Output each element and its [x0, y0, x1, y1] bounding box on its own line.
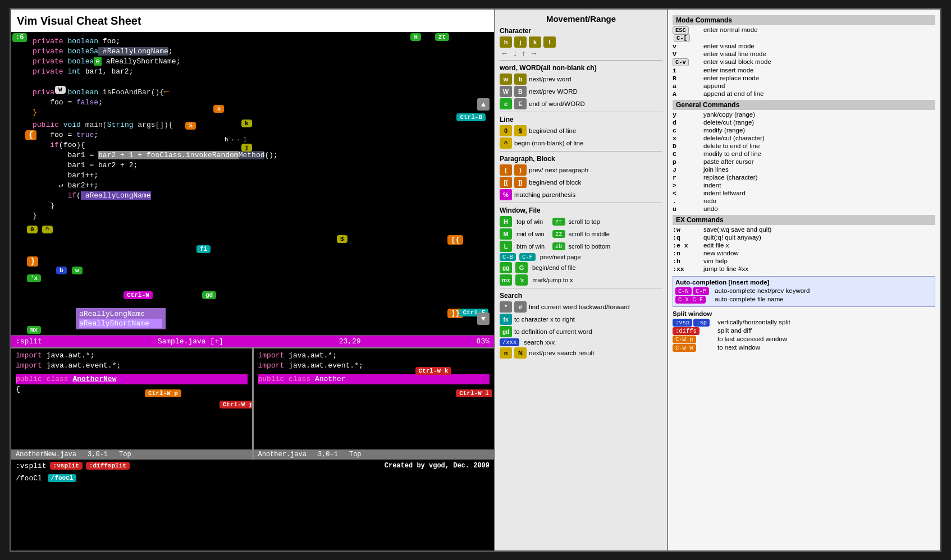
percent-badge-1: %: [213, 105, 224, 113]
ctrlwl-badge: Ctrl-W l: [456, 389, 492, 397]
mode-cmd-a: a append: [673, 82, 935, 90]
vsplit-badge: :vsplit: [50, 462, 83, 470]
class-line-left: public class AnotherNew: [16, 374, 248, 384]
bar-lines: bar1++; ↵ bar2++;: [33, 171, 490, 191]
left-pos: 3,0-1: [88, 451, 108, 458]
wf-row-m: M mid of win zz scroll to middle: [500, 228, 662, 240]
gen-cmd-C: C modify to end of line: [673, 150, 935, 158]
b-badge-code: b: [56, 267, 67, 274]
bracket-badge: [{: [447, 235, 463, 245]
line-row-1: 0 $ begin/end of line: [500, 125, 662, 136]
closing-braces: } }: [33, 201, 490, 221]
left-split-pane: import java.awt.*; import java.awt.event…: [11, 348, 252, 460]
split-window-title: Split window: [673, 310, 935, 317]
cwp-key: C-W p: [673, 336, 696, 343]
y-key-col: y: [673, 111, 703, 118]
word-section: word, WORD(all non-blank ch) w b next/pr…: [500, 64, 662, 109]
para-row-1: { } prev/ next paragraph: [500, 164, 662, 176]
c-desc: modify (range): [703, 127, 935, 134]
caret-badge: ^: [42, 226, 53, 233]
gen-cmd-c: c modify (range): [673, 127, 935, 134]
cmdline: :vsplit :vsplit :diffsplit Created by vg…: [11, 460, 494, 472]
code-line-7: foo = false;: [33, 98, 490, 108]
code-editor: :6 H zt private boolean foo; private boo…: [11, 32, 494, 335]
position: 23,29: [339, 337, 361, 346]
mode-cmd-R: R enter replace mode: [673, 75, 935, 82]
code-line-3: private booleae aReallyShortName;: [33, 57, 490, 67]
ex-cmd-h: :h vim help: [673, 258, 935, 265]
ex-e-col: :e x: [673, 242, 703, 249]
r-desc: replace (character): [703, 174, 935, 181]
search-desc-4: search xxx: [524, 339, 555, 346]
ex-cmd-e: :e x edit file x: [673, 242, 935, 249]
ex-cmd-xx: :xx jump to line #xx: [673, 265, 935, 273]
footer-credit: Created by vgod, Dec. 2009: [385, 462, 490, 470]
A-desc: append at end of line: [703, 90, 935, 98]
c-n-key: C-N: [675, 287, 692, 295]
search-row-4: /xxx search xxx: [500, 338, 662, 346]
zz-desc: scroll to middle: [569, 231, 610, 237]
import-r-1: import java.awt.*;: [258, 351, 490, 361]
cww-desc: to next window: [717, 344, 935, 352]
word-title: word, WORD(all non-blank ch): [500, 64, 662, 72]
k-arrow-area: k h ←→ l j: [225, 119, 247, 152]
l-key: l: [543, 36, 556, 48]
V-key-col: V: [673, 51, 703, 58]
split-cmd-vsp: :vsp :sp vertically/horizontally split: [673, 319, 935, 327]
zb-key: zb: [552, 242, 565, 250]
hash-key: #: [514, 301, 527, 313]
lbrace-key: {: [500, 164, 512, 176]
code-area: Vim Visual Cheat Sheet :6 H zt private b…: [11, 10, 494, 550]
code-line-5: [33, 77, 490, 87]
h-key: h: [500, 36, 512, 48]
sp-key: :sp: [693, 319, 710, 327]
gen-cmd-J: J join lines: [673, 166, 935, 173]
auto-cn-desc: auto-complete next/prev keyword: [715, 287, 932, 295]
ex-w-col: :w: [673, 226, 703, 233]
w-badge: W: [55, 86, 66, 94]
brace-line-left: {: [16, 384, 248, 394]
d-key-col: d: [673, 119, 703, 126]
zero-key: 0: [500, 125, 512, 136]
E-key: E: [514, 98, 527, 109]
if-line: if( aReallyLongName: [33, 191, 490, 201]
left-code-pane: import java.awt.*; import java.awt.event…: [11, 348, 252, 449]
w-badge-code: w: [72, 267, 83, 274]
ex-q-col: :q: [673, 234, 703, 241]
gen-cmd-gt: > indent: [673, 182, 935, 189]
rbracket-key: ]}: [514, 177, 527, 188]
ex-e-desc: edit file x: [703, 242, 935, 249]
H-key: H: [500, 216, 512, 227]
i-key-col: i: [673, 67, 703, 74]
ex-n-col: :n: [673, 250, 703, 257]
esc-desc: enter normal mode: [703, 26, 935, 42]
mode-commands-title: Mode Commands: [673, 15, 935, 25]
word-desc-1: next/prev word: [529, 76, 571, 82]
gen-cmd-D: D delete to end of line: [673, 143, 935, 150]
search-highlight: /fooCl: [48, 474, 77, 482]
page-title: Vim Visual Cheat Sheet: [17, 15, 141, 27]
line-title: Line: [500, 116, 662, 123]
ex-h-col: :h: [673, 258, 703, 265]
c-p-key: C-P: [693, 287, 709, 295]
code-line-11: if(foo){: [33, 140, 490, 150]
search-title: Search: [500, 292, 662, 300]
d-desc: delete/cut (range): [703, 119, 935, 126]
zero-badge: 0: [27, 226, 38, 233]
y-desc: yank/copy (range): [703, 111, 935, 118]
h-badge: H: [410, 33, 421, 41]
v-desc: enter visual mode: [703, 43, 935, 50]
x-desc: delete/cut (character): [703, 135, 935, 142]
gen-cmd-lt: < indent leftward: [673, 190, 935, 197]
c-x-c-f-key: C-X C-F: [675, 296, 706, 304]
diffsplit-badge: :diffsplit: [86, 462, 130, 470]
window-section: Window, File H top of win zt scroll to t…: [500, 206, 662, 286]
line-section: Line 0 $ begin/end of line ^ begin (non-…: [500, 116, 662, 149]
zt-badge: zt: [435, 33, 449, 41]
rbrace-key: }: [514, 164, 527, 176]
right-panels: Movement/Range Character h j k l ← ↓ ↑ →: [494, 10, 940, 550]
k-key: k: [529, 36, 541, 48]
v-key-col: v: [673, 43, 703, 50]
k-badge: k: [241, 120, 252, 127]
wf-row-l: L btm of win zb scroll to bottom: [500, 241, 662, 252]
